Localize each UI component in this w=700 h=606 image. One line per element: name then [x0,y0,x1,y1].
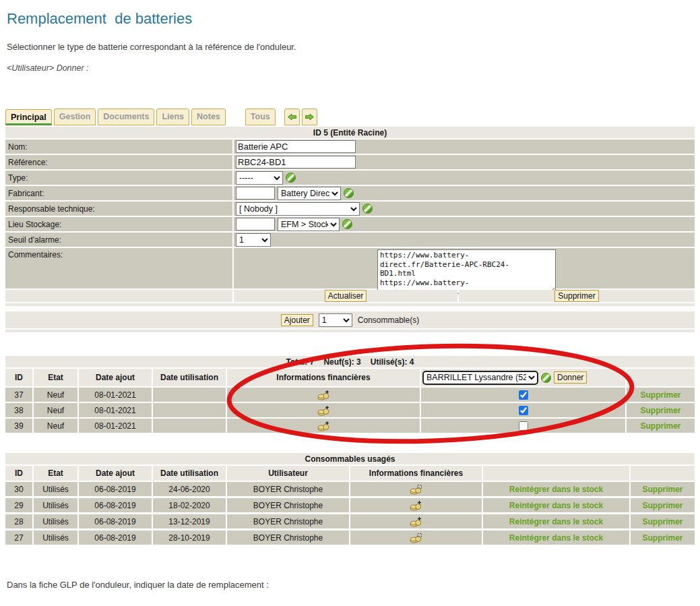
donner-button[interactable]: Donner [554,371,587,384]
field-label-reference: Référence: [5,155,232,169]
coins-plus-icon[interactable] [317,390,330,400]
used-date-ajout: 06-08-2019 [79,514,152,528]
reintegrer-link[interactable]: Reintégrer dans le stock [509,517,603,526]
tab-liens[interactable]: Liens [156,109,189,125]
stock-col-date-ajout: Date ajout [79,369,152,386]
stock-col-infos-financieres: Informations financières [227,369,420,386]
used-etat: Utilisés [34,498,77,512]
tab-notes[interactable]: Notes [191,109,226,125]
coins-plus-icon[interactable] [317,421,330,431]
used-id: 30 [5,482,32,496]
used-date-utilisation: 13-12-2019 [153,514,226,528]
stock-id: 37 [5,388,32,402]
stock-etat: Neuf [34,403,77,417]
used-etat: Utilisés [34,482,77,496]
responsable-browse-icon[interactable] [362,204,373,214]
add-section-bottom-bar [5,330,695,332]
type-select[interactable]: ----- [236,171,283,185]
stock-header-row: ID Etat Date ajout Date utilisation Info… [5,369,695,386]
field-label-seuil-alarme: Seuil d'alarme: [5,233,232,247]
supprimer-link[interactable]: Supprimer [640,406,680,415]
give-checkbox[interactable] [519,406,528,415]
lieu-browse-icon[interactable] [342,219,352,229]
used-col-delete-empty [631,466,695,481]
field-label-responsable: Responsable technique: [5,202,232,216]
stock-etat: Neuf [34,419,77,433]
supprimer-link[interactable]: Supprimer [642,517,682,526]
green-arrow-right-icon [305,113,314,121]
tab-next-button[interactable] [302,109,317,125]
tab-principal[interactable]: Principal [5,109,52,125]
stock-date-utilisation [153,388,226,402]
give-browse-icon[interactable] [541,373,551,383]
used-col-utilisateur: Utilisateur [227,466,349,481]
used-col-date-ajout: Date ajout [79,466,152,481]
reintegrer-link[interactable]: Reintégrer dans le stock [509,501,603,510]
supprimer-link[interactable]: Supprimer [642,501,682,510]
used-col-date-utilisation: Date utilisation [153,466,226,481]
stock-table: Total: 7 Neuf(s): 3 Utilisé(s): 4 ID Eta… [5,356,695,434]
coins-plus-icon[interactable] [410,516,422,527]
used-date-ajout: 06-08-2019 [79,498,152,512]
fabricant-select[interactable]: Battery Direct [278,187,341,200]
coins-box-icon[interactable] [410,533,422,543]
used-date-ajout: 06-08-2019 [79,482,152,496]
nom-input[interactable] [236,140,356,153]
stock-id: 39 [5,419,32,433]
table-row: 39 Neuf 08-01-2021 Supprimer [5,419,695,433]
supprimer-link[interactable]: Supprimer [640,421,680,431]
stock-summary-utilise: Utilisé(s): 4 [371,357,414,367]
tab-documents[interactable]: Documents [98,109,154,125]
reintegrer-link[interactable]: Reintégrer dans le stock [509,533,603,543]
stock-col-id: ID [5,369,32,386]
glp-instruction: Dans la fiche GLP de l'onduleur, indique… [7,580,269,590]
stock-date-ajout: 08-01-2021 [79,419,152,433]
fabricant-code-input[interactable] [236,187,275,200]
tab-tous[interactable]: Tous [245,109,276,125]
fabricant-browse-icon[interactable] [344,188,354,198]
tab-strip: Principal Gestion Documents Liens Notes … [5,109,319,125]
reintegrer-link[interactable]: Reintégrer dans le stock [509,485,603,494]
type-browse-icon[interactable] [286,173,296,183]
used-header-row: ID Etat Date ajout Date utilisation Util… [5,466,695,481]
seuil-select[interactable]: 1 [236,233,271,247]
tab-gestion[interactable]: Gestion [54,109,96,125]
user-instruction: <Utilisateur> Donner : [7,63,89,73]
stock-date-ajout: 08-01-2021 [79,403,152,417]
used-etat: Utilisés [34,531,77,545]
supprimer-link[interactable]: Supprimer [642,485,682,494]
entity-form: ID 5 (Entité Racine) Nom: Référence: Typ… [5,127,695,307]
table-row: 37 Neuf 08-01-2021 Supprimer [5,388,695,402]
stock-col-etat: Etat [34,369,77,386]
coins-plus-icon[interactable] [317,405,330,416]
lieu-code-input[interactable] [236,218,275,231]
green-arrow-left-icon [288,113,296,121]
stock-id: 38 [5,403,32,417]
commentaires-textarea[interactable]: https://www.battery- direct.fr/Batterie-… [377,249,556,294]
give-checkbox[interactable] [519,421,528,431]
table-row: 27 Utilisés 06-08-2019 28-10-2019 BOYER … [5,531,695,545]
responsable-select[interactable]: [ Nobody ] [236,202,360,216]
supprimer-link[interactable]: Supprimer [640,390,680,400]
stock-summary: Total: 7 Neuf(s): 3 Utilisé(s): 4 [5,356,695,367]
tab-prev-button[interactable] [284,109,300,125]
reference-input[interactable] [236,156,356,169]
form-actions-spacer [5,290,232,302]
used-col-infos-financieres: Informations financières [350,466,482,481]
give-checkbox[interactable] [519,390,528,400]
give-user-select[interactable]: BARRILLET Lyssandre (52) [422,371,538,385]
add-consumables-section: Ajouter 1 Consommable(s) [5,311,695,334]
used-date-utilisation: 28-10-2019 [153,531,226,545]
supprimer-form-button[interactable]: Supprimer [554,290,598,302]
add-count-select[interactable]: 1 [319,313,352,327]
coins-box-icon[interactable] [410,484,422,495]
field-label-nom: Nom: [5,140,232,154]
lieu-select[interactable]: EFM > Stock [278,218,340,231]
ajouter-button[interactable]: Ajouter [281,314,313,326]
actualiser-button[interactable]: Actualiser [325,290,367,302]
coins-plus-icon[interactable] [410,500,422,511]
supprimer-link[interactable]: Supprimer [642,533,682,543]
stock-date-utilisation [153,403,226,417]
stock-header-empty [627,369,695,386]
stock-col-date-utilisation: Date utilisation [153,369,226,386]
